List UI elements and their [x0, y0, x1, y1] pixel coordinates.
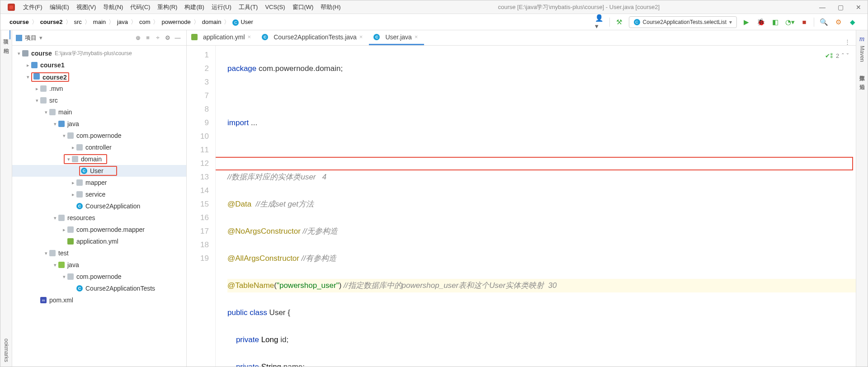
navigation-bar: course〉course2〉src〉main〉java〉com〉powerno… [0, 14, 868, 30]
gear-icon[interactable]: ⚙ [163, 33, 173, 43]
separator [814, 18, 814, 27]
close-tab-icon[interactable]: × [415, 33, 418, 40]
tree-file-yml[interactable]: application.yml [12, 235, 186, 247]
tree-root[interactable]: ▾courseE:\java学习\mybatis-plus\course [12, 47, 186, 59]
collapse-all-icon[interactable]: ÷ [153, 33, 163, 43]
maximize-button[interactable]: ▢ [831, 0, 849, 14]
breadcrumb-item[interactable]: course2 [40, 19, 63, 25]
menu-item[interactable]: 导航(N) [99, 0, 127, 14]
breadcrumb-item[interactable]: powernode [161, 19, 190, 25]
breadcrumb-item[interactable]: course [9, 19, 29, 25]
tree-class-user[interactable]: CUser [12, 165, 186, 177]
menu-item[interactable]: 运行(U) [208, 0, 235, 14]
search-icon[interactable]: 🔍 [819, 17, 829, 27]
menu-item[interactable]: 窗口(W) [289, 0, 317, 14]
locate-icon[interactable]: ⊕ [133, 33, 143, 43]
tree-folder-test-java[interactable]: ▾java [12, 259, 186, 271]
editor-tab[interactable]: CUser.java× [369, 30, 424, 45]
tree-module-course1[interactable]: ▸course1 [12, 59, 186, 71]
hide-panel-icon[interactable]: — [173, 33, 183, 43]
breadcrumb-separator: 〉 [66, 18, 71, 26]
project-toolwindow-tab[interactable]: 项目 [2, 30, 10, 39]
editor-tab[interactable]: application.yml× [187, 30, 257, 45]
breadcrumb-item[interactable]: src [74, 19, 82, 25]
breadcrumb-separator: 〉 [224, 18, 230, 26]
tree-package-mapper-res[interactable]: ▸com.powernode.mapper [12, 224, 186, 235]
breadcrumb-item[interactable]: CUser [232, 19, 253, 26]
run-button[interactable]: ▶ [741, 17, 751, 27]
tree-class-tests[interactable]: CCourse2ApplicationTests [12, 282, 186, 294]
tree-folder-test[interactable]: ▾test [12, 247, 186, 259]
tree-folder-resources[interactable]: ▾resources [12, 212, 186, 224]
chevron-down-icon[interactable]: ▾ [39, 34, 42, 41]
line-number: 19 [187, 252, 209, 265]
tree-folder-mvn[interactable]: ▸.mvn [12, 83, 186, 94]
chevron-up-icon[interactable]: ˆ [842, 49, 844, 63]
stop-button[interactable]: ■ [799, 17, 809, 27]
menu-item[interactable]: 工具(T) [235, 0, 262, 14]
highlight-frame [216, 157, 853, 170]
close-tab-icon[interactable]: × [248, 33, 251, 40]
window-title: course [E:\java学习\mybatis-plus\course] -… [344, 3, 813, 11]
close-button[interactable]: ✕ [849, 0, 868, 14]
users-icon[interactable]: 👤▾ [595, 17, 605, 27]
tree-folder-java[interactable]: ▾java [12, 118, 186, 130]
tree-folder-src[interactable]: ▾src [12, 94, 186, 106]
code-editor[interactable]: 12378910111213141516171819 package com.p… [187, 46, 856, 367]
breadcrumb-separator: 〉 [108, 18, 114, 26]
maven-toolwindow-tab[interactable]: Maven [859, 41, 865, 66]
menu-item[interactable]: 文件(F) [19, 0, 46, 14]
tree-module-course2[interactable]: ▾course2 [12, 71, 186, 83]
line-number: 2 [187, 62, 209, 75]
menu-item[interactable]: 编辑(E) [46, 0, 73, 14]
debug-button[interactable]: 🐞 [756, 17, 766, 27]
breadcrumb-item[interactable]: com [139, 19, 151, 25]
profile-button[interactable]: ◔▾ [785, 17, 795, 27]
tree-package-controller[interactable]: ▸controller [12, 141, 186, 153]
line-number: 1 [187, 48, 209, 62]
menu-item[interactable]: 构建(B) [181, 0, 208, 14]
breadcrumb-item[interactable]: domain [202, 19, 222, 25]
database-toolwindow-tab[interactable]: 数据库 [858, 66, 866, 75]
expand-all-icon[interactable]: ≡ [143, 33, 153, 43]
breadcrumb-item[interactable]: main [93, 19, 106, 25]
inspections-widget[interactable]: ✔⁑ 2 ˆ ˇ [825, 49, 849, 63]
bookmarks-toolwindow-tab[interactable]: ookmarks [3, 334, 9, 367]
tree-class-app[interactable]: CCourse2Application [12, 200, 186, 212]
close-tab-icon[interactable]: × [359, 33, 363, 40]
menu-item[interactable]: 帮助(H) [317, 0, 344, 14]
menu-item[interactable]: 重构(R) [154, 0, 181, 14]
tree-file-pom[interactable]: mpom.xml [12, 294, 186, 306]
maven-m-icon: m [859, 30, 865, 41]
code-content[interactable]: package com.powernode.domain; import ...… [216, 46, 856, 367]
chevron-down-icon: ▾ [729, 19, 732, 25]
menu-item[interactable]: VCS(S) [261, 0, 288, 14]
breadcrumb-item[interactable]: java [117, 19, 128, 25]
menu-item[interactable]: 代码(C) [127, 0, 154, 14]
structure-toolwindow-tab[interactable]: 结构 [2, 39, 10, 48]
tab-menu-icon[interactable]: ⋮ [844, 38, 850, 45]
chevron-down-icon[interactable]: ˇ [847, 49, 849, 63]
line-number: 12 [187, 157, 209, 170]
project-icon [16, 35, 22, 41]
hammer-icon[interactable]: ⚒ [614, 17, 624, 27]
yml-icon [191, 34, 198, 40]
line-number: 16 [187, 211, 209, 225]
menu-item[interactable]: 视图(V) [73, 0, 99, 14]
tree-package-domain[interactable]: ▾domain [12, 153, 186, 165]
code-with-me-icon[interactable]: ◆ [848, 17, 858, 27]
line-number: 15 [187, 198, 209, 211]
minimize-button[interactable]: — [813, 0, 831, 14]
notifications-toolwindow-tab[interactable]: 通知 [858, 75, 866, 85]
project-panel-header: 项目 ▾ ⊕ ≡ ÷ ⚙ — [12, 30, 186, 46]
run-config-selector[interactable]: C Course2ApplicationTests.selectList ▾ [629, 16, 737, 28]
tree-package[interactable]: ▾com.powernode [12, 130, 186, 141]
project-tree[interactable]: ▾courseE:\java学习\mybatis-plus\course ▸co… [12, 46, 186, 367]
tree-folder-main[interactable]: ▾main [12, 106, 186, 118]
tree-package-mapper[interactable]: ▸mapper [12, 177, 186, 188]
tree-package-service[interactable]: ▸service [12, 188, 186, 200]
editor-tab[interactable]: CCourse2ApplicationTests.java× [257, 30, 369, 45]
settings-sync-icon[interactable]: ⚙ [833, 17, 843, 27]
coverage-button[interactable]: ◧ [770, 17, 780, 27]
tree-package-test[interactable]: ▾com.powernode [12, 271, 186, 282]
